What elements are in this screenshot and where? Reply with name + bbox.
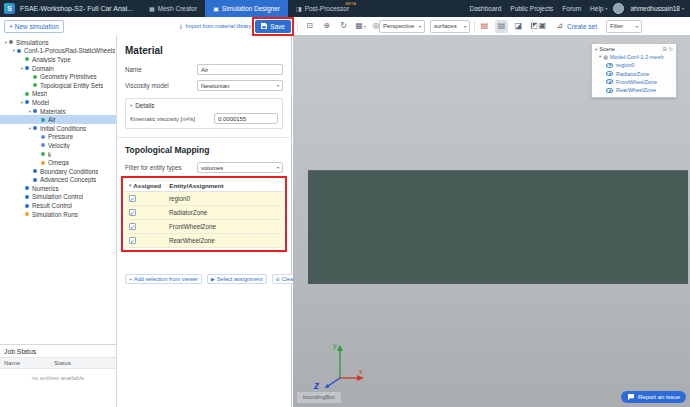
checkbox-frontwheelzone[interactable]: ✓ [129, 223, 136, 230]
tree-item-boundary-conditions[interactable]: Boundary Conditions [0, 167, 116, 176]
tree-item-label: Omega [48, 159, 69, 166]
topbar-link-public-projects[interactable]: Public Projects [510, 5, 553, 12]
scene-add-icon[interactable]: ⊞ [663, 46, 667, 52]
entity-filter-select[interactable]: volumes ▾ [197, 162, 283, 173]
import-material-library-button[interactable]: ⇩ Import from material library [178, 23, 251, 30]
assignment-table-header: ▾ Assigned Entity/Assignment [125, 180, 283, 192]
checkbox-region0[interactable]: ✓ [129, 195, 136, 202]
tree-item-k[interactable]: k [0, 150, 116, 159]
topbar-link-help[interactable]: Help▾ [590, 5, 607, 12]
scene-item-label: RadiatorZone [616, 71, 649, 77]
save-button[interactable]: Save [255, 20, 291, 33]
axis-triad: y x z [313, 339, 367, 391]
scene-refresh-icon[interactable]: ↻ [669, 46, 673, 52]
tree-item-analysis-type[interactable]: Analysis Type [0, 55, 116, 64]
paint-roller-icon[interactable]: ▤ [495, 20, 508, 33]
mesh-region[interactable] [308, 170, 688, 284]
report-issue-button[interactable]: Report an issue [621, 391, 686, 403]
chevron-down-icon[interactable]: ▾ [129, 183, 131, 188]
topological-entity-sets-icon [33, 83, 37, 87]
topbar-link-forum[interactable]: Forum [562, 5, 581, 12]
tree-item-velocity[interactable]: Velocity [0, 141, 116, 150]
tree-item-label: Simulation Runs [32, 211, 78, 218]
tree-item-omega[interactable]: Omega [0, 158, 116, 167]
chevron-down-icon: ▾ [464, 24, 466, 29]
measure-icon[interactable]: ⊿ [553, 20, 566, 33]
entity-filter-label: Filter for entity types [125, 164, 182, 171]
toolbar-separator [297, 20, 298, 32]
assignment-table: ▾ Assigned Entity/Assignment ✓region0✓Ra… [125, 180, 283, 248]
tree-item-simulation-runs[interactable]: Simulation Runs [0, 210, 116, 219]
tree-item-simulations[interactable]: ▾Simulations [0, 38, 116, 47]
add-selection-from-viewer-button[interactable]: +Add selection from viewer [125, 274, 202, 284]
table-row-radiatorzone[interactable]: ✓RadiatorZone [125, 206, 283, 220]
user-menu[interactable]: ahmedhussain18 ▾ [630, 5, 684, 12]
viscosity-model-label: Viscosity model [125, 82, 169, 89]
scene-item-rearwheelzone[interactable]: RearWheelZone [595, 86, 673, 94]
app-logo[interactable]: S [4, 3, 15, 14]
scene-item-radiatorzone[interactable]: RadiatorZone [595, 69, 673, 77]
username: ahmedhussain18 [630, 5, 680, 12]
entity-label: RadiatorZone [169, 209, 207, 216]
render-mode-select[interactable]: surfaces ▾ [430, 20, 470, 33]
k-icon [41, 152, 45, 156]
beta-badge: BETA [345, 1, 356, 6]
checkbox-radiatorzone[interactable]: ✓ [129, 209, 136, 216]
user-avatar[interactable] [613, 3, 624, 14]
tree-item-topological-entity-sets[interactable]: Topological Entity Sets [0, 81, 116, 90]
new-simulation-button[interactable]: + New simulation [4, 20, 64, 33]
projection-select[interactable]: Perspective ▾ [379, 20, 425, 33]
eye-icon[interactable] [606, 63, 613, 68]
viscosity-model-select[interactable]: Newtonian ▾ [197, 80, 283, 91]
tab-simulation-designer[interactable]: ▣Simulation Designer [205, 0, 288, 17]
tab-mesh-creator[interactable]: ▦Mesh Creator [141, 0, 205, 17]
scene-item-region0[interactable]: region0 [595, 61, 673, 69]
topbar-link-dashboard[interactable]: Dashboard [469, 5, 501, 12]
screenshot-icon[interactable]: ▣ [536, 20, 549, 33]
paint-roller-red-icon[interactable]: ▤ [478, 20, 491, 33]
select-assignment-button[interactable]: ▶Select assignment [207, 274, 267, 284]
tree-item-domain[interactable]: ▾Domain [0, 64, 116, 73]
table-row-region0[interactable]: ✓region0 [125, 192, 283, 206]
toolbar-separator [532, 20, 533, 32]
tree-item-pressure[interactable]: Pressure [0, 133, 116, 142]
tree-item-initial-conditions[interactable]: ▾Initial Conditions [0, 124, 116, 133]
tab-post-processor[interactable]: ◨Post-ProcessorBETA [288, 0, 357, 17]
checkbox-rearwheelzone[interactable]: ✓ [129, 237, 136, 244]
kinematic-viscosity-input[interactable] [214, 113, 278, 124]
tree-item-advanced-concepts[interactable]: Advanced Concepts [0, 176, 116, 185]
scene-mesh-item[interactable]: ▾ ▦ Model-Conf-1-2-mesh [595, 52, 673, 61]
zoom-in-icon[interactable]: ⊕ [320, 20, 333, 33]
tree-item-simulation-control[interactable]: Simulation Control [0, 193, 116, 202]
details-toggle[interactable]: ▾ Details [130, 102, 278, 109]
table-row-frontwheelzone[interactable]: ✓FrontWheelZone [125, 220, 283, 234]
tree-item-geometry-primitives[interactable]: Geometry Primitives [0, 72, 116, 81]
viewport-3d[interactable]: ▾ Scene ⊞ ↻ ▾ ▦ Model-Conf-1-2-mesh regi… [293, 35, 690, 407]
scene-item-frontwheelzone[interactable]: FrontWheelZone [595, 78, 673, 86]
view-cube-icon[interactable]: ▦▾ [354, 20, 367, 33]
post-processor-icon: ◨ [296, 5, 302, 12]
eye-icon[interactable] [606, 79, 613, 84]
tree-item-materials[interactable]: ▾Materials [0, 107, 116, 116]
create-set-button[interactable]: Create set [567, 23, 597, 30]
tree-item-result-control[interactable]: Result Control [0, 201, 116, 210]
simulations-icon [9, 40, 13, 44]
zoom-extents-icon[interactable]: ⊡ [303, 20, 316, 33]
chevron-down-icon: ▾ [419, 24, 421, 29]
tree-item-model[interactable]: ▾Model [0, 98, 116, 107]
reset-view-icon[interactable]: ↻ [337, 20, 350, 33]
panel-title: Material [125, 45, 283, 56]
air-icon [41, 118, 45, 122]
surface-shade-icon[interactable]: ◪ [512, 20, 525, 33]
entity-column-header: Entity/Assignment [169, 182, 223, 189]
eye-icon[interactable] [606, 71, 613, 76]
table-row-rearwheelzone[interactable]: ✓RearWheelZone [125, 234, 283, 248]
tree-item-mesh[interactable]: Mesh [0, 90, 116, 99]
filter-select[interactable]: Filter ▾ [606, 20, 642, 33]
tree-item-air[interactable]: Air [0, 115, 116, 124]
name-input[interactable] [197, 64, 283, 75]
eye-icon[interactable] [606, 88, 613, 93]
scene-item-label: RearWheelZone [616, 87, 656, 93]
tree-item-conf-1-porousrad-staticwheels[interactable]: ▾Conf-1-PorousRad-StaticWheels [0, 47, 116, 56]
tree-item-numerics[interactable]: Numerics [0, 184, 116, 193]
